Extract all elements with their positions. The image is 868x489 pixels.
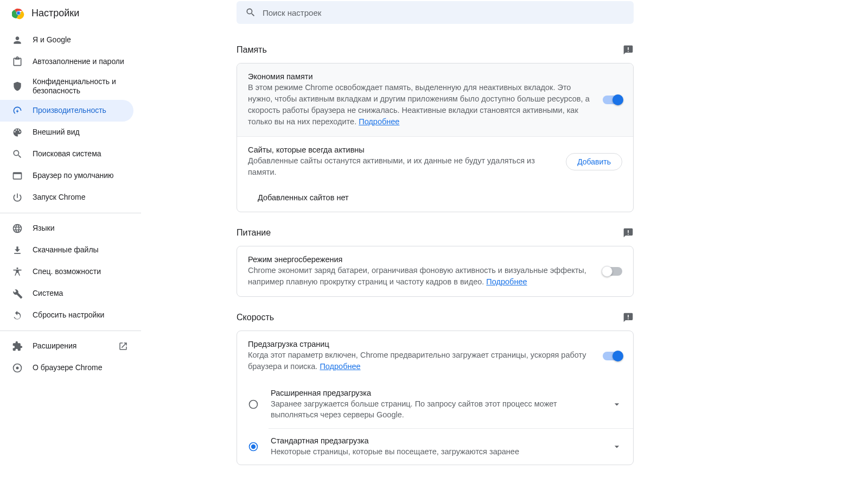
nav-label: Спец. возможности bbox=[33, 267, 133, 277]
energy-saver-title: Режим энергосбережения bbox=[248, 255, 593, 264]
preload-desc: Когда этот параметр включен, Chrome пред… bbox=[248, 350, 593, 372]
shield-icon bbox=[12, 81, 23, 92]
nav-autofill[interactable]: Автозаполнение и пароли bbox=[0, 51, 133, 73]
svg-point-5 bbox=[16, 367, 19, 370]
add-site-button[interactable]: Добавить bbox=[566, 153, 622, 170]
row-energy-saver: Режим энергосбережения Chrome экономит з… bbox=[237, 246, 633, 296]
brand: Настройки bbox=[0, 7, 144, 29]
memory-saver-toggle[interactable] bbox=[603, 96, 622, 104]
no-sites-message: Добавленных сайтов нет bbox=[237, 187, 633, 212]
nav-label: Поисковая система bbox=[33, 149, 133, 159]
nav-label: Браузер по умолчанию bbox=[33, 171, 133, 181]
brand-title: Настройки bbox=[31, 8, 79, 19]
section-memory-head: Память bbox=[237, 45, 634, 55]
chevron-down-icon[interactable] bbox=[611, 441, 622, 452]
nav-reset[interactable]: Сбросить настройки bbox=[0, 304, 133, 326]
memory-learn-more-link[interactable]: Подробнее bbox=[359, 117, 399, 126]
nav-about[interactable]: О браузере Chrome bbox=[0, 357, 133, 379]
chevron-down-icon[interactable] bbox=[611, 399, 622, 410]
nav: Я и Google Автозаполнение и пароли Конфи… bbox=[0, 29, 144, 379]
svg-point-6 bbox=[250, 401, 258, 409]
energy-saver-desc: Chrome экономит заряд батареи, ограничив… bbox=[248, 265, 593, 288]
nav-performance[interactable]: Производительность bbox=[0, 100, 133, 122]
nav-downloads[interactable]: Скачанные файлы bbox=[0, 239, 133, 261]
nav-label: Сбросить настройки bbox=[33, 310, 133, 320]
preload-learn-more-link[interactable]: Подробнее bbox=[320, 362, 360, 371]
svg-point-8 bbox=[251, 444, 256, 449]
always-active-desc: Добавленные сайты останутся активными, и… bbox=[248, 155, 556, 178]
card-power: Режим энергосбережения Chrome экономит з… bbox=[237, 246, 634, 297]
open-in-new-icon bbox=[118, 341, 128, 351]
clipboard-icon bbox=[12, 56, 23, 67]
search-icon bbox=[12, 149, 23, 160]
nav-separator bbox=[0, 331, 141, 331]
nav-privacy[interactable]: Конфиденциальность и безопасность bbox=[0, 73, 133, 100]
nav-label: Конфиденциальность и безопасность bbox=[33, 77, 133, 96]
browser-icon bbox=[12, 170, 23, 181]
nav-label: Я и Google bbox=[33, 35, 133, 45]
extended-title: Расширенная предзагрузка bbox=[271, 389, 599, 397]
energy-saver-toggle[interactable] bbox=[603, 267, 622, 276]
card-memory: Экономия памяти В этом режиме Chrome осв… bbox=[237, 63, 634, 212]
wrench-icon bbox=[12, 288, 23, 299]
power-learn-more-link[interactable]: Подробнее bbox=[486, 277, 527, 286]
section-title-power: Питание bbox=[237, 228, 271, 238]
preload-option-extended[interactable]: Расширенная предзагрузка Заранее загружа… bbox=[237, 381, 633, 428]
nav-accessibility[interactable]: Спец. возможности bbox=[0, 261, 133, 283]
radio-unselected-icon[interactable] bbox=[248, 399, 259, 410]
standard-title: Стандартная предзагрузка bbox=[271, 436, 599, 445]
nav-languages[interactable]: Языки bbox=[0, 218, 133, 239]
nav-extensions[interactable]: Расширения bbox=[0, 335, 133, 357]
search-bar[interactable] bbox=[237, 1, 634, 24]
section-title-memory: Память bbox=[237, 45, 267, 55]
feedback-icon[interactable] bbox=[623, 45, 634, 55]
radio-selected-icon[interactable] bbox=[248, 441, 259, 452]
nav-separator bbox=[0, 213, 141, 213]
svg-point-3 bbox=[17, 12, 20, 15]
nav-label: Система bbox=[33, 289, 133, 299]
nav-label: Автозаполнение и пароли bbox=[33, 57, 133, 67]
always-active-title: Сайты, которые всегда активны bbox=[248, 145, 556, 154]
nav-label: О браузере Chrome bbox=[33, 363, 133, 373]
power-icon bbox=[12, 192, 23, 203]
standard-desc: Некоторые страницы, которые вы посещаете… bbox=[271, 446, 599, 457]
memory-saver-title: Экономия памяти bbox=[248, 72, 593, 81]
feedback-icon[interactable] bbox=[623, 312, 634, 323]
person-icon bbox=[12, 35, 23, 46]
preload-toggle[interactable] bbox=[603, 352, 622, 360]
section-power-head: Питание bbox=[237, 227, 634, 238]
section-speed-head: Скорость bbox=[237, 312, 634, 323]
preload-option-standard[interactable]: Стандартная предзагрузка Некоторые стран… bbox=[237, 429, 633, 465]
preload-title: Предзагрузка страниц bbox=[248, 340, 593, 348]
search-input[interactable] bbox=[263, 8, 625, 17]
section-title-speed: Скорость bbox=[237, 313, 274, 322]
card-speed: Предзагрузка страниц Когда этот параметр… bbox=[237, 331, 634, 465]
nav-appearance[interactable]: Внешний вид bbox=[0, 122, 133, 143]
extension-icon bbox=[12, 341, 23, 352]
chrome-outline-icon bbox=[12, 363, 23, 373]
row-memory-saver: Экономия памяти В этом режиме Chrome осв… bbox=[237, 63, 633, 136]
download-icon bbox=[12, 245, 23, 256]
nav-search-engine[interactable]: Поисковая система bbox=[0, 143, 133, 165]
extended-desc: Заранее загружается больше страниц. По з… bbox=[271, 398, 599, 421]
row-preload: Предзагрузка страниц Когда этот параметр… bbox=[237, 331, 633, 381]
main: Память Экономия памяти В этом режиме Chr… bbox=[144, 0, 868, 489]
search-icon bbox=[245, 7, 256, 18]
nav-label: Расширения bbox=[33, 341, 108, 351]
nav-on-startup[interactable]: Запуск Chrome bbox=[0, 187, 133, 208]
nav-label: Производительность bbox=[33, 106, 133, 116]
nav-default-browser[interactable]: Браузер по умолчанию bbox=[0, 165, 133, 187]
chrome-logo-icon bbox=[12, 7, 25, 20]
accessibility-icon bbox=[12, 266, 23, 277]
performance-icon bbox=[12, 105, 23, 116]
reset-icon bbox=[12, 310, 23, 321]
nav-system[interactable]: Система bbox=[0, 283, 133, 304]
memory-saver-desc: В этом режиме Chrome освобождает память,… bbox=[248, 82, 593, 128]
nav-you-and-google[interactable]: Я и Google bbox=[0, 29, 133, 51]
nav-label: Языки bbox=[33, 224, 133, 233]
feedback-icon[interactable] bbox=[623, 227, 634, 238]
nav-label: Запуск Chrome bbox=[33, 193, 133, 202]
palette-icon bbox=[12, 127, 23, 138]
sidebar: Настройки Я и Google Автозаполнение и па… bbox=[0, 0, 144, 489]
nav-label: Скачанные файлы bbox=[33, 245, 133, 255]
